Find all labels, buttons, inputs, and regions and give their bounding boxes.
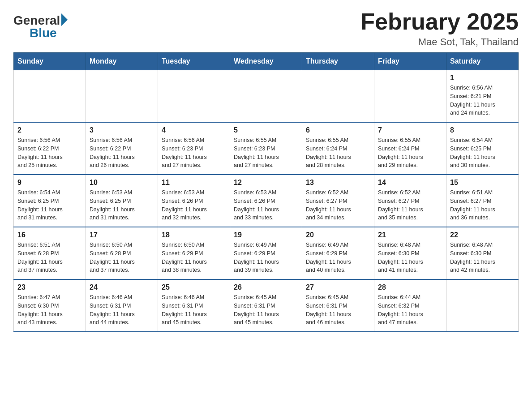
day-info: Sunrise: 6:51 AM Sunset: 6:28 PM Dayligh… <box>17 241 82 274</box>
calendar-cell: 1Sunrise: 6:56 AM Sunset: 6:21 PM Daylig… <box>446 70 519 123</box>
day-info: Sunrise: 6:55 AM Sunset: 6:24 PM Dayligh… <box>378 136 442 170</box>
calendar-header: SundayMondayTuesdayWednesdayThursdayFrid… <box>14 53 519 70</box>
day-number: 12 <box>234 179 298 187</box>
day-header-tuesday: Tuesday <box>158 53 230 70</box>
calendar-table: SundayMondayTuesdayWednesdayThursdayFrid… <box>13 52 519 332</box>
day-header-saturday: Saturday <box>446 53 519 70</box>
day-info: Sunrise: 6:49 AM Sunset: 6:29 PM Dayligh… <box>306 241 370 274</box>
day-number: 17 <box>90 231 154 239</box>
calendar-cell: 11Sunrise: 6:53 AM Sunset: 6:26 PM Dayli… <box>158 175 230 227</box>
calendar-cell <box>230 70 302 123</box>
day-info: Sunrise: 6:54 AM Sunset: 6:25 PM Dayligh… <box>17 188 82 222</box>
calendar-cell: 22Sunrise: 6:48 AM Sunset: 6:30 PM Dayli… <box>446 227 519 279</box>
calendar-cell: 17Sunrise: 6:50 AM Sunset: 6:28 PM Dayli… <box>86 227 158 279</box>
day-number: 14 <box>378 179 442 187</box>
day-info: Sunrise: 6:48 AM Sunset: 6:30 PM Dayligh… <box>378 241 442 274</box>
calendar-cell: 10Sunrise: 6:53 AM Sunset: 6:25 PM Dayli… <box>86 175 158 227</box>
day-info: Sunrise: 6:53 AM Sunset: 6:26 PM Dayligh… <box>162 188 226 222</box>
week-row-5: 23Sunrise: 6:47 AM Sunset: 6:30 PM Dayli… <box>14 279 519 332</box>
calendar-cell: 26Sunrise: 6:45 AM Sunset: 6:31 PM Dayli… <box>230 279 302 332</box>
day-info: Sunrise: 6:48 AM Sunset: 6:30 PM Dayligh… <box>450 241 515 274</box>
day-header-monday: Monday <box>86 53 158 70</box>
calendar-cell: 19Sunrise: 6:49 AM Sunset: 6:29 PM Dayli… <box>230 227 302 279</box>
calendar-cell <box>302 70 374 123</box>
calendar-cell: 4Sunrise: 6:56 AM Sunset: 6:23 PM Daylig… <box>158 122 230 175</box>
day-number: 26 <box>234 283 298 291</box>
day-number: 8 <box>450 126 515 134</box>
calendar-cell: 25Sunrise: 6:46 AM Sunset: 6:31 PM Dayli… <box>158 279 230 332</box>
day-info: Sunrise: 6:52 AM Sunset: 6:27 PM Dayligh… <box>306 188 370 222</box>
calendar-cell: 2Sunrise: 6:56 AM Sunset: 6:22 PM Daylig… <box>14 122 86 175</box>
day-header-row: SundayMondayTuesdayWednesdayThursdayFrid… <box>14 53 519 70</box>
day-info: Sunrise: 6:47 AM Sunset: 6:30 PM Dayligh… <box>17 293 82 327</box>
calendar-cell: 9Sunrise: 6:54 AM Sunset: 6:25 PM Daylig… <box>14 175 86 227</box>
day-info: Sunrise: 6:56 AM Sunset: 6:22 PM Dayligh… <box>90 136 154 170</box>
calendar-cell: 6Sunrise: 6:55 AM Sunset: 6:24 PM Daylig… <box>302 122 374 175</box>
calendar-cell: 3Sunrise: 6:56 AM Sunset: 6:22 PM Daylig… <box>86 122 158 175</box>
calendar-cell: 23Sunrise: 6:47 AM Sunset: 6:30 PM Dayli… <box>14 279 86 332</box>
calendar-cell: 24Sunrise: 6:46 AM Sunset: 6:31 PM Dayli… <box>86 279 158 332</box>
day-number: 27 <box>306 283 370 291</box>
page-header: General Blue February 2025 Mae Sot, Tak,… <box>13 9 519 48</box>
day-info: Sunrise: 6:56 AM Sunset: 6:22 PM Dayligh… <box>17 136 82 170</box>
calendar-cell <box>86 70 158 123</box>
day-info: Sunrise: 6:46 AM Sunset: 6:31 PM Dayligh… <box>90 293 154 327</box>
day-number: 5 <box>234 126 298 134</box>
day-number: 3 <box>90 126 154 134</box>
day-number: 9 <box>17 179 82 187</box>
day-number: 21 <box>378 231 442 239</box>
day-info: Sunrise: 6:51 AM Sunset: 6:27 PM Dayligh… <box>450 188 515 222</box>
day-info: Sunrise: 6:50 AM Sunset: 6:28 PM Dayligh… <box>90 241 154 274</box>
day-info: Sunrise: 6:45 AM Sunset: 6:31 PM Dayligh… <box>234 293 298 327</box>
calendar-cell: 27Sunrise: 6:45 AM Sunset: 6:31 PM Dayli… <box>302 279 374 332</box>
calendar-cell: 5Sunrise: 6:55 AM Sunset: 6:23 PM Daylig… <box>230 122 302 175</box>
week-row-1: 1Sunrise: 6:56 AM Sunset: 6:21 PM Daylig… <box>14 70 519 123</box>
day-info: Sunrise: 6:45 AM Sunset: 6:31 PM Dayligh… <box>306 293 370 327</box>
day-info: Sunrise: 6:53 AM Sunset: 6:26 PM Dayligh… <box>234 188 298 222</box>
day-info: Sunrise: 6:55 AM Sunset: 6:23 PM Dayligh… <box>234 136 298 170</box>
calendar-cell: 12Sunrise: 6:53 AM Sunset: 6:26 PM Dayli… <box>230 175 302 227</box>
day-number: 15 <box>450 179 515 187</box>
day-number: 24 <box>90 283 154 291</box>
day-number: 10 <box>90 179 154 187</box>
day-info: Sunrise: 6:55 AM Sunset: 6:24 PM Dayligh… <box>306 136 370 170</box>
calendar-cell: 21Sunrise: 6:48 AM Sunset: 6:30 PM Dayli… <box>374 227 446 279</box>
calendar-cell <box>374 70 446 123</box>
day-number: 22 <box>450 231 515 239</box>
day-info: Sunrise: 6:56 AM Sunset: 6:21 PM Dayligh… <box>450 84 515 117</box>
day-number: 16 <box>17 231 82 239</box>
day-info: Sunrise: 6:56 AM Sunset: 6:23 PM Dayligh… <box>162 136 226 170</box>
day-info: Sunrise: 6:53 AM Sunset: 6:25 PM Dayligh… <box>90 188 154 222</box>
page-title: February 2025 <box>360 9 519 34</box>
day-info: Sunrise: 6:46 AM Sunset: 6:31 PM Dayligh… <box>162 293 226 327</box>
day-info: Sunrise: 6:54 AM Sunset: 6:25 PM Dayligh… <box>450 136 515 170</box>
day-header-wednesday: Wednesday <box>230 53 302 70</box>
calendar-cell: 7Sunrise: 6:55 AM Sunset: 6:24 PM Daylig… <box>374 122 446 175</box>
calendar-cell: 18Sunrise: 6:50 AM Sunset: 6:29 PM Dayli… <box>158 227 230 279</box>
day-number: 18 <box>162 231 226 239</box>
day-number: 28 <box>378 283 442 291</box>
week-row-3: 9Sunrise: 6:54 AM Sunset: 6:25 PM Daylig… <box>14 175 519 227</box>
calendar-cell: 14Sunrise: 6:52 AM Sunset: 6:27 PM Dayli… <box>374 175 446 227</box>
calendar-cell <box>446 279 519 332</box>
week-row-2: 2Sunrise: 6:56 AM Sunset: 6:22 PM Daylig… <box>14 122 519 175</box>
day-number: 20 <box>306 231 370 239</box>
day-number: 23 <box>17 283 82 291</box>
calendar-cell <box>158 70 230 123</box>
calendar-cell: 8Sunrise: 6:54 AM Sunset: 6:25 PM Daylig… <box>446 122 519 175</box>
logo: General Blue <box>13 9 68 40</box>
day-header-friday: Friday <box>374 53 446 70</box>
day-info: Sunrise: 6:49 AM Sunset: 6:29 PM Dayligh… <box>234 241 298 274</box>
day-header-sunday: Sunday <box>14 53 86 70</box>
day-number: 11 <box>162 179 226 187</box>
day-number: 13 <box>306 179 370 187</box>
day-number: 19 <box>234 231 298 239</box>
calendar-cell: 28Sunrise: 6:44 AM Sunset: 6:32 PM Dayli… <box>374 279 446 332</box>
logo-arrow-icon <box>61 13 68 26</box>
day-number: 7 <box>378 126 442 134</box>
calendar-body: 1Sunrise: 6:56 AM Sunset: 6:21 PM Daylig… <box>14 70 519 332</box>
week-row-4: 16Sunrise: 6:51 AM Sunset: 6:28 PM Dayli… <box>14 227 519 279</box>
day-number: 25 <box>162 283 226 291</box>
title-section: February 2025 Mae Sot, Tak, Thailand <box>360 9 519 48</box>
day-info: Sunrise: 6:50 AM Sunset: 6:29 PM Dayligh… <box>162 241 226 274</box>
